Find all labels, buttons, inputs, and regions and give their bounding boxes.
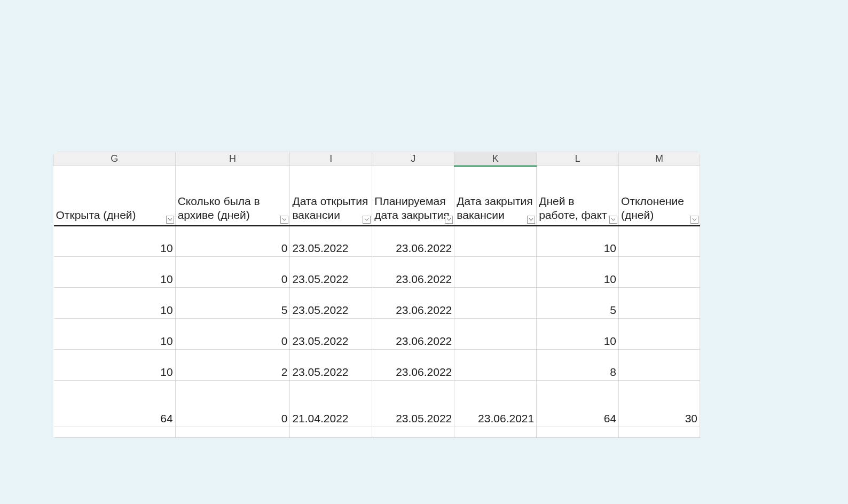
cell[interactable]: 23.05.2022 xyxy=(290,257,372,288)
cell[interactable]: 23.06.2022 xyxy=(372,226,454,257)
cell[interactable]: 0 xyxy=(175,381,290,427)
chevron-down-icon xyxy=(168,218,172,221)
header-label: Отклонение (дней) xyxy=(621,194,697,224)
col-letter-K[interactable]: K xyxy=(454,152,537,166)
cell[interactable] xyxy=(619,350,700,381)
cell[interactable]: 23.05.2022 xyxy=(290,350,372,381)
cell[interactable]: 30 xyxy=(619,381,700,427)
cell[interactable] xyxy=(454,257,537,288)
table-row: 64 0 21.04.2022 23.05.2022 23.06.2021 64… xyxy=(54,381,700,427)
cell[interactable] xyxy=(537,427,619,438)
cell[interactable] xyxy=(454,226,537,257)
cell[interactable]: 10 xyxy=(54,288,176,319)
header-cell-planned-close[interactable]: Планируемая дата закрытия xyxy=(372,166,454,226)
cell[interactable] xyxy=(454,319,537,350)
header-cell-days-fact[interactable]: Дней в работе, факт xyxy=(537,166,619,226)
chevron-down-icon xyxy=(364,218,369,221)
cell[interactable] xyxy=(454,427,537,438)
cell[interactable]: 10 xyxy=(537,319,619,350)
cell[interactable]: 2 xyxy=(175,350,290,381)
header-cell-opened-days[interactable]: Открыта (дней) xyxy=(54,166,176,226)
filter-button[interactable] xyxy=(363,216,371,224)
cell[interactable] xyxy=(372,427,454,438)
cell[interactable] xyxy=(619,319,700,350)
cell[interactable] xyxy=(454,288,537,319)
col-letter-J[interactable]: J xyxy=(372,152,454,166)
filter-button[interactable] xyxy=(609,216,617,224)
cell[interactable]: 23.05.2022 xyxy=(372,381,454,427)
sheet-table[interactable]: G H I J K L M Открыта (дней) Сколько был… xyxy=(53,152,700,438)
col-letter-H[interactable]: H xyxy=(175,152,290,166)
header-label: Открыта (дней) xyxy=(56,208,173,223)
chevron-down-icon xyxy=(446,218,451,221)
header-cell-archive-days[interactable]: Сколько была в архиве (дней) xyxy=(175,166,290,226)
table-row xyxy=(54,427,700,438)
header-label: Дата закрытия вакансии xyxy=(457,194,534,224)
table-row: 10 0 23.05.2022 23.06.2022 10 xyxy=(54,257,700,288)
cell[interactable]: 21.04.2022 xyxy=(290,381,372,427)
table-row: 10 5 23.05.2022 23.06.2022 5 xyxy=(54,288,700,319)
table-header-row: Открыта (дней) Сколько была в архиве (дн… xyxy=(54,166,700,226)
filter-button[interactable] xyxy=(690,216,698,224)
chevron-down-icon xyxy=(692,218,697,221)
table-row: 10 2 23.05.2022 23.06.2022 8 xyxy=(54,350,700,381)
header-label: Сколько была в архиве (дней) xyxy=(178,194,288,224)
table-row: 10 0 23.05.2022 23.06.2022 10 xyxy=(54,319,700,350)
cell[interactable]: 10 xyxy=(537,257,619,288)
cell[interactable]: 23.05.2022 xyxy=(290,226,372,257)
header-label: Дней в работе, факт xyxy=(539,194,616,224)
cell[interactable]: 23.06.2022 xyxy=(372,350,454,381)
header-cell-close-date[interactable]: Дата закрытия вакансии xyxy=(454,166,537,226)
cell[interactable] xyxy=(454,350,537,381)
header-cell-open-date[interactable]: Дата открытия вакансии xyxy=(290,166,372,226)
filter-button[interactable] xyxy=(280,216,288,224)
header-label: Дата открытия вакансии xyxy=(292,194,370,224)
cell[interactable]: 0 xyxy=(175,257,290,288)
col-letter-L[interactable]: L xyxy=(537,152,619,166)
cell[interactable] xyxy=(290,427,372,438)
chevron-down-icon xyxy=(529,218,533,221)
filter-button[interactable] xyxy=(166,216,174,224)
cell[interactable]: 10 xyxy=(537,226,619,257)
cell[interactable]: 10 xyxy=(54,319,176,350)
cell[interactable]: 10 xyxy=(54,350,176,381)
cell[interactable] xyxy=(619,257,700,288)
cell[interactable]: 10 xyxy=(54,226,176,257)
cell[interactable] xyxy=(619,427,700,438)
filter-button[interactable] xyxy=(445,216,453,224)
header-cell-deviation[interactable]: Отклонение (дней) xyxy=(619,166,700,226)
cell[interactable] xyxy=(619,288,700,319)
cell[interactable]: 23.06.2022 xyxy=(372,257,454,288)
cell[interactable]: 23.06.2022 xyxy=(372,288,454,319)
chevron-down-icon xyxy=(611,218,616,221)
chevron-down-icon xyxy=(282,218,287,221)
cell[interactable]: 64 xyxy=(54,381,176,427)
filter-button[interactable] xyxy=(527,216,535,224)
cell[interactable]: 5 xyxy=(175,288,290,319)
cell[interactable]: 0 xyxy=(175,319,290,350)
col-letter-G[interactable]: G xyxy=(54,152,176,166)
table-row: 10 0 23.05.2022 23.06.2022 10 xyxy=(54,226,700,257)
cell[interactable]: 23.05.2022 xyxy=(290,319,372,350)
cell[interactable] xyxy=(54,427,176,438)
cell[interactable]: 64 xyxy=(537,381,619,427)
cell[interactable] xyxy=(175,427,290,438)
spreadsheet-view: G H I J K L M Открыта (дней) Сколько был… xyxy=(53,152,700,438)
cell[interactable]: 23.06.2021 xyxy=(454,381,537,427)
cell[interactable] xyxy=(619,226,700,257)
cell[interactable]: 10 xyxy=(54,257,176,288)
cell[interactable]: 8 xyxy=(537,350,619,381)
col-letter-M[interactable]: M xyxy=(619,152,700,166)
cell[interactable]: 23.06.2022 xyxy=(372,319,454,350)
cell[interactable]: 23.05.2022 xyxy=(290,288,372,319)
column-letters-row: G H I J K L M xyxy=(54,152,700,166)
cell[interactable]: 0 xyxy=(175,226,290,257)
cell[interactable]: 5 xyxy=(537,288,619,319)
col-letter-I[interactable]: I xyxy=(290,152,372,166)
header-label: Планируемая дата закрытия xyxy=(374,194,452,224)
